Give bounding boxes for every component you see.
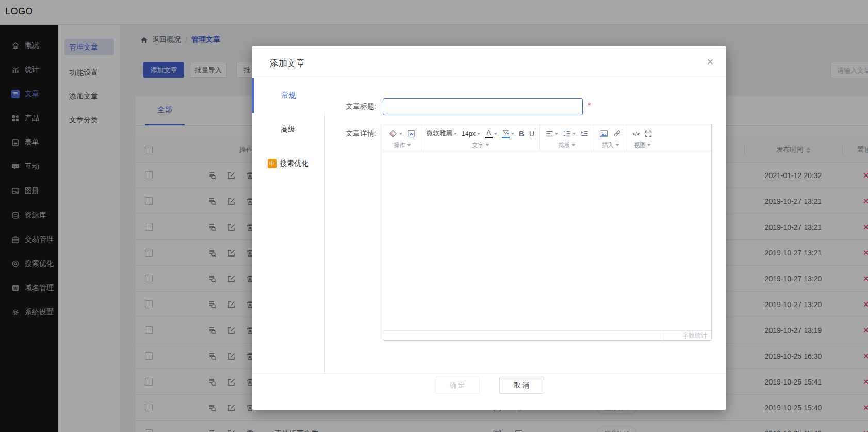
- cancel-button[interactable]: 取 消: [499, 377, 544, 394]
- eraser-icon[interactable]: [388, 129, 402, 138]
- modal-tab-label: 搜索优化: [280, 159, 309, 168]
- group-label-insert[interactable]: 插入: [602, 141, 619, 150]
- fullscreen-icon[interactable]: [644, 130, 652, 138]
- article-title-input[interactable]: [383, 98, 583, 115]
- editor-content-area[interactable]: [383, 151, 711, 330]
- modal-body: 常规 高级 中搜索优化 文章标题: * 文章详情: W: [252, 78, 726, 373]
- close-icon[interactable]: ✕: [707, 57, 714, 68]
- modal-form: 文章标题: * 文章详情: W 操作: [325, 78, 726, 373]
- toolbar-group-layout: 排版: [540, 124, 594, 151]
- article-title-label: 文章标题:: [344, 102, 376, 111]
- font-family-select[interactable]: 微软雅黑: [427, 129, 457, 138]
- toolbar-group-view: </> 视图: [627, 124, 658, 151]
- rich-text-editor: W 操作 微软雅黑 14px A B U: [383, 124, 712, 341]
- align-icon[interactable]: [545, 130, 558, 138]
- modal-tab-general[interactable]: 常规: [252, 78, 325, 113]
- confirm-button[interactable]: 确 定: [435, 377, 480, 394]
- required-asterisk: *: [588, 101, 591, 109]
- source-code-icon[interactable]: </>: [632, 131, 640, 137]
- underline-button[interactable]: U: [529, 130, 534, 138]
- article-detail-label: 文章详情:: [344, 129, 376, 138]
- toolbar-group-insert: 插入: [594, 124, 627, 151]
- line-height-icon[interactable]: [563, 130, 576, 138]
- modal-tab-advanced[interactable]: 高级: [252, 113, 324, 147]
- modal-tab-label: 高级: [281, 125, 296, 134]
- bold-button[interactable]: B: [519, 129, 525, 138]
- group-label-view[interactable]: 视图: [634, 141, 650, 150]
- modal-footer: 确 定 取 消: [252, 373, 726, 409]
- modal-header: 添加文章 ✕: [252, 46, 726, 78]
- font-size-select[interactable]: 14px: [462, 130, 480, 137]
- toolbar-group-text: 微软雅黑 14px A B U 文字: [421, 124, 540, 151]
- indent-icon[interactable]: [580, 130, 588, 138]
- font-color-button[interactable]: A: [485, 129, 497, 138]
- toolbar-group-actions: W 操作: [383, 124, 421, 151]
- modal-tab-column: 常规 高级 中搜索优化: [252, 78, 325, 373]
- editor-status-bar: 字数统计: [383, 330, 711, 341]
- image-icon[interactable]: [599, 130, 608, 138]
- paste-word-icon[interactable]: W: [407, 129, 416, 138]
- word-count-label: 字数统计: [664, 331, 711, 341]
- editor-toolbar: W 操作 微软雅黑 14px A B U: [383, 124, 711, 151]
- link-icon[interactable]: [613, 129, 621, 138]
- modal-tab-seo[interactable]: 中搜索优化: [252, 147, 324, 181]
- screen: LOGO 概况 统计 文章 产品 表单 互动 图册: [0, 0, 868, 432]
- add-article-modal: 添加文章 ✕ 常规 高级 中搜索优化 文章标题: * 文章详情:: [252, 46, 726, 410]
- modal-title: 添加文章: [270, 57, 305, 69]
- seo-badge-icon: 中: [268, 159, 277, 168]
- highlight-color-button[interactable]: [502, 129, 514, 138]
- group-label-text[interactable]: 文字: [472, 141, 489, 150]
- svg-text:W: W: [410, 132, 414, 136]
- group-label-layout[interactable]: 排版: [559, 141, 575, 150]
- modal-tab-label: 常规: [282, 91, 296, 100]
- group-label-actions[interactable]: 操作: [394, 141, 411, 150]
